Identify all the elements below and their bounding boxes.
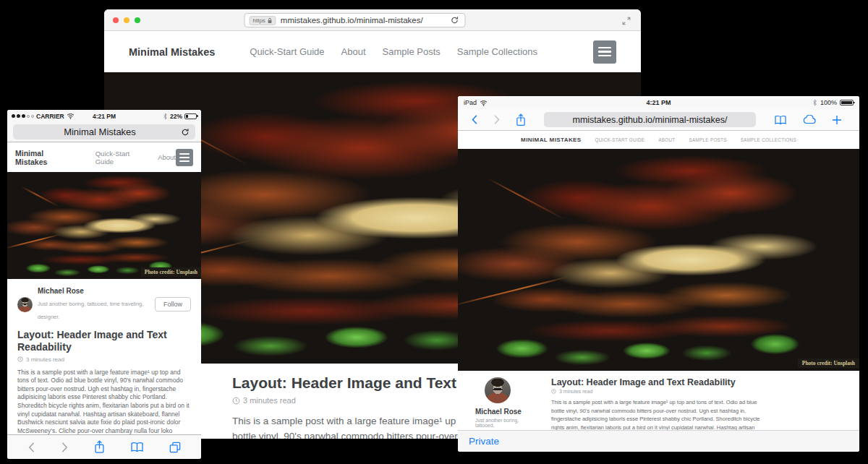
ipad-article: Michael Rose Just another boring, tattoo…	[458, 371, 859, 430]
post-meta: 3 minutes read	[551, 389, 768, 394]
battery-icon	[184, 113, 197, 119]
photo-credit-badge: Photo credit: Unsplash	[141, 267, 201, 277]
back-button[interactable]	[26, 440, 37, 455]
iphone-site-nav: Minimal Mistakes Quick-Start Guide About	[7, 142, 201, 172]
bookmarks-book-icon	[774, 115, 787, 125]
nav-link-about[interactable]: About	[341, 46, 366, 57]
safari-url-bar: Minimal Mistakes	[7, 122, 201, 142]
share-button[interactable]	[93, 439, 106, 455]
nav-link-sample-posts[interactable]: Sample Posts	[383, 46, 441, 57]
private-label[interactable]: Private	[469, 436, 499, 447]
clock-icon	[551, 389, 556, 394]
nav-link-about[interactable]: ABOUT	[658, 137, 675, 142]
address-field-text: mmistakes.github.io/minimal-mistakes/	[573, 115, 728, 125]
post-meta: 3 minutes read	[17, 356, 191, 363]
site-brand[interactable]: Minimal Mistakes	[129, 46, 215, 58]
ipad-mockup: 4:21 PM iPad 100% mmistakes.github.	[458, 96, 859, 452]
zoom-window-button[interactable]	[135, 17, 140, 23]
share-button[interactable]	[514, 112, 527, 128]
nav-link-sample-collections[interactable]: Sample Collections	[457, 46, 537, 57]
bookmarks-button[interactable]	[773, 113, 788, 126]
share-icon	[94, 440, 105, 454]
reload-button[interactable]	[449, 14, 461, 26]
author-name: Michael Rose	[475, 408, 536, 416]
bookmarks-button[interactable]	[129, 440, 145, 454]
safari-bottom-toolbar	[7, 434, 201, 459]
feature-header-image: Photo credit: Unsplash	[458, 149, 859, 371]
address-bar[interactable]: https mmistakes.github.io/minimal-mistak…	[244, 13, 466, 27]
wifi-icon	[67, 113, 75, 119]
address-field-text: Minimal Mistakes	[19, 126, 181, 137]
hamburger-icon	[179, 153, 190, 155]
read-time: 3 minutes read	[559, 389, 592, 394]
author-profile: Michael Rose Just another boring, tattoo…	[17, 287, 191, 322]
new-tab-button[interactable]	[830, 113, 843, 126]
battery-icon	[840, 100, 854, 106]
feature-header-image: Photo credit: Unsplash	[7, 172, 201, 279]
menu-hamburger-button[interactable]	[176, 149, 193, 166]
cellular-signal-icon	[12, 114, 34, 118]
iphone-mockup: 4:21 PM CARRIER 22% Minimal Mistakes Min…	[7, 110, 201, 459]
iphone-article: Michael Rose Just another boring, tattoo…	[7, 279, 201, 434]
menu-hamburger-button[interactable]	[593, 40, 616, 64]
reload-icon[interactable]	[181, 128, 190, 137]
responsive-device-mockup: https mmistakes.github.io/minimal-mistak…	[0, 0, 868, 464]
iphone-status-bar: 4:21 PM CARRIER 22%	[7, 110, 201, 122]
https-badge: https	[250, 16, 276, 25]
nav-link-sample-collections[interactable]: SAMPLE COLLECTIONS	[741, 137, 796, 142]
cloud-icon	[802, 115, 817, 124]
wifi-icon	[480, 100, 488, 106]
site-brand[interactable]: MINIMAL MISTAKES	[521, 137, 581, 143]
close-window-button[interactable]	[113, 17, 119, 23]
back-chevron-icon	[27, 442, 35, 453]
author-name: Michael Rose	[38, 287, 155, 296]
post-title: Layout: Header Image and Text Readabilit…	[17, 329, 191, 353]
back-chevron-icon	[471, 114, 478, 125]
site-brand[interactable]: Minimal Mistakes	[15, 149, 69, 166]
nav-link-quick-start-guide[interactable]: Quick-Start Guide	[95, 150, 142, 166]
carrier-label: CARRIER	[36, 113, 64, 120]
nav-link-about[interactable]: About	[158, 153, 176, 161]
battery-percent: 100%	[820, 99, 837, 106]
https-label: https	[253, 17, 265, 24]
tabs-button[interactable]	[168, 440, 182, 455]
private-browsing-bar: Private	[458, 430, 859, 452]
address-field[interactable]: Minimal Mistakes	[13, 124, 195, 139]
photo-credit-badge: Photo credit: Unsplash	[798, 358, 859, 368]
follow-button[interactable]: Follow	[155, 297, 191, 312]
desktop-site-nav: Minimal Mistakes Quick-Start Guide About…	[104, 31, 641, 72]
minimize-window-button[interactable]	[124, 17, 129, 23]
clock-icon	[17, 356, 23, 362]
lock-icon	[268, 17, 273, 24]
fullscreen-button[interactable]	[621, 15, 632, 27]
safari-toolbar: mmistakes.github.io/minimal-mistakes/	[458, 109, 859, 131]
nav-link-quick-start-guide[interactable]: QUICK-START GUIDE	[595, 137, 645, 142]
author-avatar	[485, 377, 511, 403]
tabs-icon	[169, 442, 181, 453]
forward-button[interactable]	[59, 440, 70, 455]
nav-link-sample-posts[interactable]: SAMPLE POSTS	[689, 137, 727, 142]
post-paragraph-1: This is a sample post with a large featu…	[17, 369, 191, 434]
post-title: Layout: Header Image and Text Readabilit…	[551, 377, 768, 387]
nav-link-quick-start-guide[interactable]: Quick-Start Guide	[250, 46, 324, 57]
ipad-site-nav: MINIMAL MISTAKES QUICK-START GUIDE ABOUT…	[458, 131, 859, 149]
address-field[interactable]: mmistakes.github.io/minimal-mistakes/	[544, 112, 756, 127]
author-avatar	[17, 297, 33, 312]
ipad-status-bar: 4:21 PM iPad 100%	[458, 96, 859, 109]
share-icon	[516, 113, 526, 126]
post-body: This is a sample post with a large featu…	[551, 398, 768, 430]
forward-button[interactable]	[492, 113, 502, 126]
back-button[interactable]	[469, 113, 480, 126]
forward-chevron-icon	[493, 114, 501, 125]
icloud-tabs-button[interactable]	[801, 113, 818, 126]
author-bio: Just another boring, tattooed,	[475, 418, 536, 428]
author-profile: Michael Rose Just another boring, tattoo…	[475, 377, 536, 430]
battery-percent: 22%	[170, 113, 182, 120]
author-bio: Just another boring, tattooed, time trav…	[38, 301, 143, 320]
url-text: mmistakes.github.io/minimal-mistakes/	[281, 16, 423, 25]
read-time: 3 minutes read	[243, 396, 296, 405]
bluetooth-icon	[812, 99, 817, 106]
read-time: 3 minutes read	[26, 356, 64, 363]
plus-icon	[832, 115, 842, 125]
bookmarks-book-icon	[130, 442, 144, 452]
